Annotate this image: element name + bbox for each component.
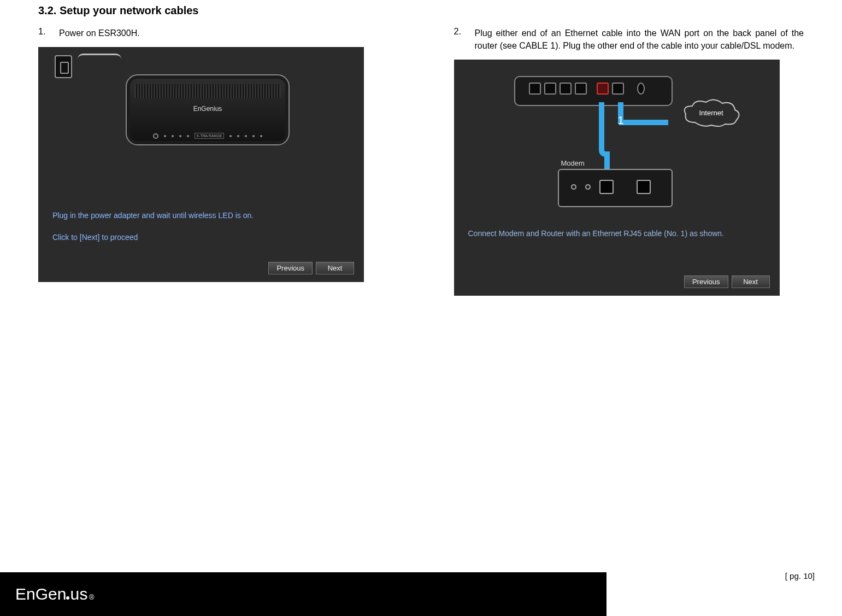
modem-diagram: Modem xyxy=(558,169,673,207)
screenshot-step2: 1 Internet Modem Connect Mo xyxy=(454,60,780,296)
xtra-range-label: X-TRA RANGE xyxy=(195,133,223,139)
page-footer: [ pg. 10] EnGenus® xyxy=(0,568,842,616)
next-button[interactable]: Next xyxy=(732,275,770,288)
router-brand-label: EnGenius xyxy=(127,105,288,113)
modem-coax-icon xyxy=(585,184,591,190)
router-vent-strip xyxy=(134,84,281,98)
registered-icon: ® xyxy=(89,593,95,601)
modem-power-icon xyxy=(571,184,576,190)
section-number: 3.2. xyxy=(38,4,56,16)
router-ports xyxy=(529,83,645,95)
screenshot1-instruction1: Plug in the power adapter and wait until… xyxy=(52,211,254,220)
ethernet-cable-2b xyxy=(619,120,668,125)
nav-buttons: Previous Next xyxy=(684,275,770,288)
footer-bar: EnGenus® xyxy=(0,572,607,616)
ethernet-cable-1a xyxy=(599,102,607,157)
page-number: [ pg. 10] xyxy=(785,571,815,580)
lan-port-icon xyxy=(529,83,541,95)
logo-text-2: us xyxy=(70,585,88,603)
step-1: 1. Power on ESR300H. xyxy=(38,27,388,39)
logo-text-1: EnGen xyxy=(15,585,66,603)
led-icon xyxy=(252,135,255,137)
power-cable-icon xyxy=(78,54,121,59)
led-icon xyxy=(237,135,239,137)
step-1-text: Power on ESR300H. xyxy=(59,27,140,39)
previous-button[interactable]: Previous xyxy=(268,262,313,274)
router-led-row: X-TRA RANGE xyxy=(138,133,278,139)
step-2-text: Plug either end of an Ethernet cable int… xyxy=(475,27,804,52)
led-icon xyxy=(172,135,174,137)
section-name: Setup your network cables xyxy=(60,4,199,16)
router-top-diagram: EnGenius X-TRA RANGE xyxy=(126,74,290,145)
wan-port-icon xyxy=(597,83,609,95)
modem-label: Modem xyxy=(561,159,585,167)
modem-ports xyxy=(571,180,651,194)
lan-port-icon xyxy=(560,83,572,95)
logo-dot-icon xyxy=(66,596,69,600)
lan-port-icon xyxy=(575,83,587,95)
step-2-number: 2. xyxy=(454,27,475,52)
led-icon xyxy=(187,135,189,137)
left-column: 1. Power on ESR300H. EnGenius X-TRA RANG… xyxy=(38,27,388,296)
right-column: 2. Plug either end of an Ethernet cable … xyxy=(454,27,804,296)
step-2: 2. Plug either end of an Ethernet cable … xyxy=(454,27,804,52)
modem-lan-port-icon xyxy=(637,180,651,194)
led-icon xyxy=(260,135,262,137)
usb-port-icon xyxy=(612,83,624,95)
nav-buttons: Previous Next xyxy=(268,262,354,274)
screenshot1-instruction2: Click to [Next] to proceed xyxy=(52,233,138,242)
next-button[interactable]: Next xyxy=(316,262,354,274)
internet-cloud-icon: Internet xyxy=(681,98,741,128)
router-back-diagram xyxy=(514,76,673,106)
power-port-icon xyxy=(637,83,645,95)
lan-port-icon xyxy=(544,83,556,95)
led-icon xyxy=(164,135,166,137)
led-icon xyxy=(179,135,181,137)
section-title: 3.2. Setup your network cables xyxy=(38,4,804,17)
led-icon xyxy=(229,135,232,137)
wps-icon xyxy=(153,133,158,139)
step-1-number: 1. xyxy=(38,27,59,39)
engenius-logo: EnGenus® xyxy=(15,585,95,603)
wall-outlet-icon xyxy=(55,55,72,78)
modem-lan-port-icon xyxy=(599,180,614,194)
screenshot-step1: EnGenius X-TRA RANGE xyxy=(38,47,364,282)
cloud-label: Internet xyxy=(699,109,723,117)
previous-button[interactable]: Previous xyxy=(684,275,728,288)
cable-1-label: 1 xyxy=(618,114,624,127)
led-icon xyxy=(245,135,247,137)
screenshot2-instruction: Connect Modem and Router with an Etherne… xyxy=(468,229,724,238)
